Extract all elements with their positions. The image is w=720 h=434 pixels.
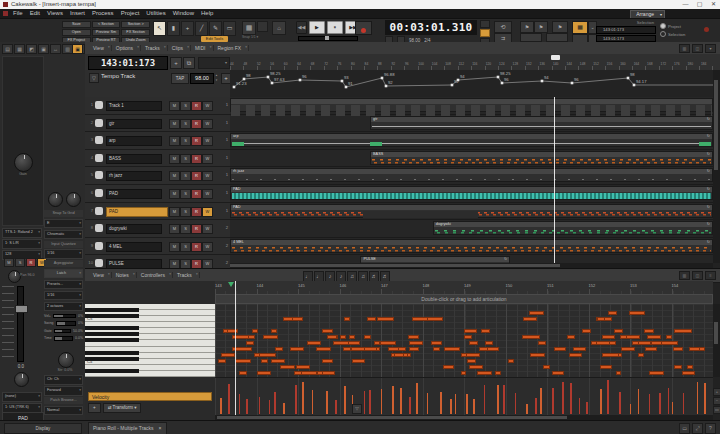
loop-button[interactable]: ⟲ [494,21,512,33]
tool-button[interactable]: ▮ [167,21,180,36]
prv-hscroll-thumb[interactable] [217,416,567,419]
midi-note[interactable] [351,347,365,351]
clip-header[interactable]: arp ↻ [231,134,712,139]
help-icon[interactable]: ? [705,423,716,434]
velocity-bar[interactable] [283,403,285,414]
track-view-menu[interactable]: Region FX [214,45,250,51]
velocity-bar[interactable] [259,397,261,414]
velocity-bar[interactable] [526,404,528,414]
velocity-bar[interactable] [335,400,337,414]
track-row[interactable]: 1 Track 1 M S R W 1 [85,97,230,115]
track-write-button[interactable]: W [202,207,213,217]
add-track-button[interactable]: + [170,57,182,69]
midi-note[interactable] [239,371,247,375]
track-name-text[interactable]: gtr [109,121,114,126]
selection-end[interactable]: 143:01:173 [596,35,656,43]
menu-item[interactable]: Window [173,9,194,18]
midi-note[interactable] [543,365,550,369]
velocity-bar[interactable] [638,389,640,414]
note-grid[interactable] [215,304,713,377]
track-name-text[interactable]: PULSE [109,261,124,266]
midi-note[interactable] [523,317,537,321]
track-mute-button[interactable]: M [169,171,180,181]
maximize-button[interactable]: ▢ [693,0,706,9]
velocity-lane[interactable] [215,377,713,416]
tempo-node[interactable] [385,85,388,88]
hscroll-thumb[interactable] [230,264,560,267]
velocity-bar[interactable] [473,399,475,414]
midi-note[interactable] [394,353,404,357]
velocity-bar[interactable] [668,388,670,414]
tempo-node[interactable] [243,78,246,81]
arp-slider[interactable] [54,336,73,341]
midi-note[interactable] [530,353,545,357]
track-write-button[interactable]: W [202,171,213,181]
velocity-bar[interactable] [562,382,564,414]
midi-note[interactable] [444,347,460,351]
clip[interactable]: PAD ↻ [230,186,713,200]
track-arm-button[interactable]: R [191,136,202,146]
track-mute-button[interactable]: M [169,101,180,111]
velocity-bar[interactable] [697,382,699,414]
patch-browser-label[interactable]: Patch Browse... [44,397,83,404]
fader-thumb[interactable] [15,305,28,313]
send-pan-knob[interactable] [66,192,81,207]
track-solo-button[interactable]: S [180,189,191,199]
midi-note[interactable] [409,341,423,345]
midi-note[interactable] [461,371,466,375]
prv-vscrollbar[interactable] [713,304,720,377]
midi-note[interactable] [398,347,406,351]
midi-note[interactable] [349,335,355,339]
menu-item[interactable]: Help [201,9,213,18]
track-write-button[interactable]: W [202,189,213,199]
midi-note[interactable] [477,371,492,375]
midi-note[interactable] [552,371,564,375]
midi-note[interactable] [629,311,645,315]
clip[interactable]: BASS ↻ [370,151,713,165]
tempo-node[interactable] [341,80,344,83]
menu-item[interactable]: Utilities [146,9,165,18]
vscroll-thumb[interactable] [714,80,718,170]
velocity-bar[interactable] [672,402,674,414]
clip-header[interactable]: PAD ↻ [231,205,712,210]
marker-next-button[interactable]: ⚑ [552,21,568,33]
timeline-ruler[interactable]: 4448525660646872768084889296100104108112… [230,54,713,70]
prv-header-icon[interactable]: ≡ [705,271,716,280]
velocity-bar[interactable] [579,398,581,414]
midi-note[interactable] [412,317,428,321]
track-arm-button[interactable]: R [191,207,202,217]
inspector-dropdown[interactable]: TTS-1: Roland 2 [2,228,42,238]
tempo-node[interactable] [271,82,274,85]
track-filter-dropdown[interactable] [198,57,230,69]
arp-strength-knob[interactable] [58,352,74,368]
tempo-node[interactable] [451,84,454,87]
clip-header[interactable]: dogrywki ↻ [434,222,712,227]
inspector-tab-active-icon[interactable]: ▣ [72,44,83,54]
midi-note[interactable] [461,353,467,357]
midi-note[interactable] [464,329,476,333]
arp-slider[interactable] [56,321,76,326]
piano-keyboard[interactable]: C5C4 [85,304,215,377]
tempo-node[interactable] [345,86,348,89]
midi-note[interactable] [673,347,683,351]
prv-vscroll-thumb[interactable] [714,322,718,344]
piano-roll-ruler[interactable]: 143144145146147148149150151152153154 [215,281,713,295]
prv-menu[interactable]: Tracks [173,272,200,278]
midi-note[interactable] [275,347,283,351]
midi-note[interactable] [573,347,586,351]
velocity-bar[interactable] [466,394,468,414]
edit-tools-label[interactable]: Edit Tools [201,36,228,42]
midi-note[interactable] [600,365,612,369]
now-time-display[interactable]: 143:01:173 [88,56,168,70]
velocity-bar[interactable] [540,388,542,414]
midi-note[interactable] [409,347,419,351]
mute-button[interactable]: M [4,258,14,267]
midi-note[interactable] [469,365,483,369]
menu-item[interactable]: Edit [30,9,40,18]
track-arm-button[interactable]: R [191,224,202,234]
snap-toggle[interactable] [257,21,268,32]
tool-button[interactable]: ▭ [223,21,236,36]
velocity-bar[interactable] [269,400,271,414]
midi-note[interactable] [246,341,254,345]
velocity-bar[interactable] [484,385,486,414]
